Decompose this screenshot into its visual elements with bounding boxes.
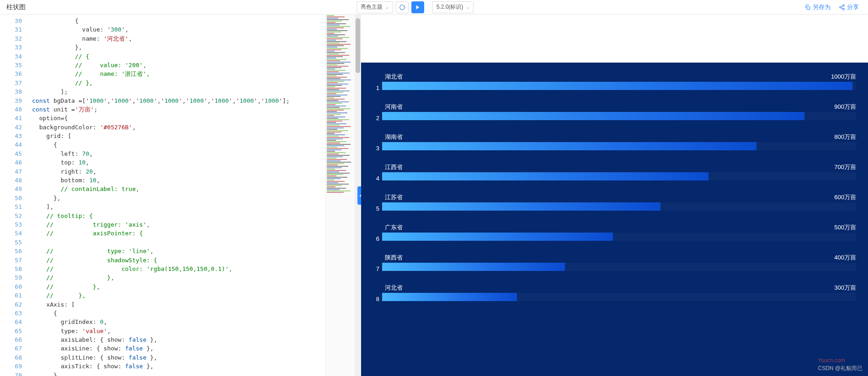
code-line[interactable]: bottom: 10, (32, 176, 325, 185)
code-line[interactable]: { (32, 140, 325, 149)
version-select-label: 5.2.0(标识) (437, 3, 463, 11)
line-number: 51 (0, 202, 32, 211)
chart-value-label: 800万亩 (834, 133, 856, 141)
chart-category-label: 湖北省 (385, 73, 403, 81)
code-line[interactable]: }, (32, 43, 325, 52)
code-line[interactable]: xAxis: [ (32, 300, 325, 309)
line-number: 41 (0, 114, 32, 122)
code-line[interactable]: axisTick: { show: false }, (32, 362, 325, 371)
code-line[interactable]: // }, (32, 291, 325, 300)
code-line[interactable]: // type: 'line', (32, 247, 325, 255)
chart-value-label: 500万亩 (834, 223, 856, 232)
code-line[interactable]: ], (32, 202, 325, 211)
code-line[interactable]: // containLabel: true, (32, 185, 325, 193)
line-number: 53 (0, 220, 32, 229)
chart-bar (382, 112, 804, 120)
code-line[interactable]: left: 70, (32, 149, 325, 158)
code-line[interactable]: // }, (32, 79, 325, 87)
code-line[interactable]: axisLine: { show: false }, (32, 344, 325, 353)
line-number: 65 (0, 327, 32, 335)
code-line[interactable]: // trigger: 'axis', (32, 220, 325, 229)
code-line[interactable]: type: 'value', (32, 327, 325, 335)
code-line[interactable]: // value: '200', (32, 61, 325, 69)
format-button[interactable] (396, 1, 409, 13)
line-number: 37 (0, 79, 32, 87)
chart-row: 3湖南省800万亩 (375, 132, 854, 156)
code-line[interactable]: const bgData =['1000','1000','1000','100… (32, 96, 325, 105)
code-line[interactable]: name: '河北省', (32, 34, 325, 43)
code-line[interactable]: top: 10, (32, 158, 325, 167)
line-number: 46 (0, 158, 32, 167)
code-line[interactable]: ]; (32, 87, 325, 96)
chart-row: 7陕西省400万亩 (375, 253, 854, 276)
minimap[interactable] (325, 15, 355, 376)
code-line[interactable]: }, (32, 371, 325, 376)
line-number: 54 (0, 229, 32, 238)
code-line[interactable]: axisLabel: { show: false }, (32, 335, 325, 344)
save-as-label: 另存为 (813, 3, 831, 11)
preview-panel: 1湖北省1000万亩2河南省900万亩3湖南省800万亩4江西省700万亩5江苏… (361, 15, 868, 376)
scrollbar-thumb[interactable] (356, 18, 360, 73)
code-line[interactable]: splitLine: { show: false }, (32, 353, 325, 362)
chart-category-label: 广东省 (385, 223, 403, 232)
code-line[interactable]: value: '300', (32, 25, 325, 34)
line-number: 58 (0, 265, 32, 273)
chart-value-label: 1000万亩 (831, 73, 856, 81)
code-line[interactable]: const unit ='万亩'; (32, 105, 325, 114)
chart-category-label: 湖南省 (385, 133, 403, 141)
chart-bar (382, 82, 852, 90)
chart-index: 5 (372, 205, 379, 212)
chart-bar (382, 293, 517, 301)
code-line[interactable]: // tooltip: { (32, 212, 325, 220)
line-number: 48 (0, 176, 32, 185)
code-line[interactable]: // }, (32, 282, 325, 291)
chart-value-label: 400万亩 (834, 254, 856, 262)
watermark-author: CSDN @礼貌而已 (818, 365, 863, 372)
code-line[interactable]: }, (32, 194, 325, 202)
line-number: 43 (0, 132, 32, 140)
code-line[interactable] (32, 238, 325, 247)
line-number: 45 (0, 149, 32, 158)
run-button[interactable] (411, 1, 424, 13)
line-number: 69 (0, 362, 32, 371)
chart-category-label: 陕西省 (385, 254, 403, 262)
code-line[interactable]: gridIndex: 0, (32, 318, 325, 326)
code-line[interactable]: // color: 'rgba(150,150,150,0.1)', (32, 265, 325, 273)
chart-index: 3 (372, 145, 379, 152)
svg-point-2 (840, 6, 841, 8)
line-number: 60 (0, 282, 32, 291)
code-line[interactable]: { (32, 309, 325, 318)
code-line[interactable]: // }, (32, 273, 325, 282)
code-line[interactable]: right: 20, (32, 167, 325, 176)
code-line[interactable]: backgroundColor: '#05276B', (32, 123, 325, 132)
line-number: 39 (0, 96, 32, 105)
chart-value-label: 300万亩 (834, 284, 856, 292)
line-number: 55 (0, 238, 32, 247)
code-line[interactable]: // name: '浙江省', (32, 69, 325, 78)
chart-row: 4江西省700万亩 (375, 162, 854, 186)
code-line[interactable]: // shadowStyle: { (32, 256, 325, 265)
code-line[interactable]: grid: [ (32, 132, 325, 140)
share-button[interactable]: 分享 (839, 3, 859, 11)
theme-select[interactable]: 亮色主题 ⌄ (357, 1, 393, 13)
main-area: 3031323334353637383940414243444546474849… (0, 15, 868, 376)
code-editor[interactable]: { value: '300', name: '河北省', }, // { // … (32, 15, 325, 376)
line-number: 62 (0, 300, 32, 309)
watermark: Yuucn.com CSDN @礼貌而已 (818, 357, 863, 372)
code-line[interactable]: // { (32, 52, 325, 61)
line-number: 47 (0, 167, 32, 176)
save-as-button[interactable]: 另存为 (804, 3, 831, 11)
code-line[interactable]: // axisPointer: { (32, 229, 325, 238)
chart-bar (382, 202, 660, 211)
line-number: 56 (0, 247, 32, 255)
watermark-site: Yuucn.com (818, 357, 863, 364)
chevron-down-icon: ⌄ (385, 5, 389, 10)
code-line[interactable]: { (32, 16, 325, 25)
svg-point-3 (843, 8, 845, 10)
version-select[interactable]: 5.2.0(标识) ⌄ (432, 1, 474, 13)
line-number: 70 (0, 371, 32, 376)
code-line[interactable]: option={ (32, 114, 325, 122)
chart-category-label: 江苏省 (385, 193, 403, 201)
copy-icon (804, 4, 811, 11)
line-number: 36 (0, 69, 32, 78)
